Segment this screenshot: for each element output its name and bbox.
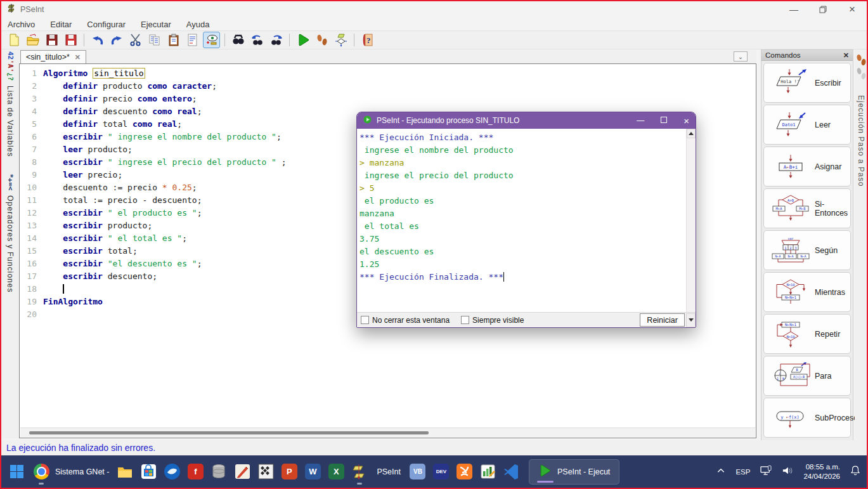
execution-window: PSeInt - Ejecutando proceso SIN_TITULO —… [356, 112, 696, 328]
taskbar-app-excel[interactable]: X [327, 463, 345, 481]
panel-tab-operators[interactable]: *+=<Operadores y Funciones [6, 174, 15, 293]
tab-sin-titulo[interactable]: <sin_titulo>* ✕ [20, 50, 86, 63]
menu-editar[interactable]: Editar [50, 20, 72, 29]
network-icon[interactable] [760, 466, 772, 478]
menu-ejecutar[interactable]: Ejecutar [141, 20, 171, 29]
edit-style-button[interactable] [184, 32, 201, 48]
taskbar-app-pseint[interactable] [351, 463, 368, 481]
command-button-mientras[interactable]: N<10 N←N+1 Mientras [763, 272, 851, 312]
find-button[interactable] [230, 32, 247, 48]
taskbar-app-flash[interactable]: f [186, 463, 204, 481]
find-previous-icon [250, 33, 264, 47]
command-button-asignar[interactable]: A←B+i Asignar [763, 147, 851, 186]
taskbar-app-pattern[interactable] [257, 463, 275, 481]
checkbox-box[interactable] [461, 316, 469, 324]
command-label: Para [815, 372, 831, 381]
exec-close-button[interactable]: × [683, 115, 689, 126]
command-button-si-entonces[interactable]: A>B M←AM←B Si-Entonces [763, 188, 851, 228]
tab-close-icon[interactable]: ✕ [75, 53, 81, 62]
taskbar-search[interactable]: Sistema GNet - [32, 463, 109, 481]
toolbar-separator [289, 34, 290, 46]
taskbar-app-browser-blue[interactable] [163, 463, 181, 481]
taskbar-app-devcpp[interactable]: DEV [432, 463, 450, 481]
panel-tab-variables[interactable]: 42'A'¿?Lista de Variables [6, 51, 15, 157]
copy-button[interactable] [146, 32, 163, 48]
run-icon [296, 33, 310, 47]
autocomplete-eye-icon [205, 33, 219, 47]
execution-window-title: PSeInt - Ejecutando proceso SIN_TITULO [377, 116, 519, 125]
taskbar-app-powerpoint[interactable]: P [280, 463, 298, 481]
svg-text:M←A: M←A [776, 207, 783, 211]
checkbox-siempre[interactable]: Siempre visible [461, 316, 524, 325]
taskbar-app-xampp[interactable] [456, 463, 474, 481]
svg-text:Dato1: Dato1 [782, 122, 795, 127]
exec-maximize-button[interactable] [661, 116, 667, 125]
restore-button[interactable] [808, 1, 838, 18]
checkbox-no[interactable]: No cerrar esta ventana [361, 316, 450, 325]
line-number: 3 [20, 93, 43, 105]
svg-text:N←A: N←A [775, 254, 781, 258]
checkbox-box[interactable] [361, 316, 369, 324]
taskbar-app-chrome[interactable] [32, 463, 50, 481]
undo-button[interactable] [89, 32, 106, 48]
execution-window-titlebar[interactable]: PSeInt - Ejecutando proceso SIN_TITULO —… [357, 112, 696, 129]
save-all-files-button[interactable] [62, 32, 79, 48]
start-button[interactable] [8, 463, 25, 481]
scroll-down-icon[interactable] [686, 313, 696, 327]
tab-list-dropdown[interactable]: ⌄ [734, 51, 748, 62]
command-button-repetir[interactable]: N←N+1 N>10 Repetir [763, 314, 851, 354]
menu-ayuda[interactable]: Ayuda [186, 20, 210, 29]
commands-close-icon[interactable]: ✕ [843, 51, 849, 60]
scroll-up-icon[interactable] [687, 129, 696, 138]
horizontal-scrollbar[interactable] [20, 427, 755, 437]
line-number: 19 [20, 296, 43, 308]
restart-button[interactable]: Reiniciar [640, 313, 685, 327]
horizontal-scrollbar-thumb[interactable] [29, 431, 429, 434]
paste-button[interactable] [165, 32, 182, 48]
command-button-segun[interactable]: var 123 N←AN←AN←A Según [763, 230, 851, 270]
step-execution-panel-tab[interactable]: Ejecución Paso a Paso [855, 49, 867, 441]
taskbar-app-word[interactable]: W [304, 463, 321, 481]
redo-button[interactable] [108, 32, 125, 48]
command-button-para[interactable]: i 1N B A[i]←B Para [763, 356, 851, 396]
help-button[interactable]: ? [359, 32, 376, 48]
find-icon [231, 33, 245, 47]
volume-icon[interactable] [782, 466, 793, 478]
draw-flowchart-button[interactable] [332, 32, 349, 48]
svg-text:N←A: N←A [800, 254, 806, 258]
run-button[interactable] [294, 32, 311, 48]
taskbar-app-folder[interactable] [116, 463, 134, 481]
taskbar-app-vb[interactable]: VB [409, 463, 427, 481]
taskbar-app-vscode[interactable] [503, 463, 521, 481]
svg-text:N<10: N<10 [786, 283, 794, 287]
taskbar-app-report[interactable] [479, 463, 497, 481]
open-file-button[interactable] [24, 32, 41, 48]
menu-archivo[interactable]: Archivo [8, 20, 35, 29]
tray-chevron-icon[interactable] [716, 466, 725, 478]
cut-button[interactable] [127, 32, 144, 48]
command-button-escribir[interactable]: 'Hola !' Escribir [763, 63, 851, 103]
svg-text:1: 1 [777, 376, 779, 380]
command-button-leer[interactable]: Dato1 Leer [763, 105, 851, 145]
save-file-button[interactable] [43, 32, 60, 48]
language-indicator[interactable]: ESP [735, 468, 750, 476]
find-next-button[interactable] [268, 32, 285, 48]
taskbar-app-pencil[interactable] [233, 463, 251, 481]
exec-vertical-scrollbar[interactable] [686, 129, 696, 312]
svg-text:?: ? [366, 36, 371, 45]
exec-minimize-button[interactable]: — [637, 116, 644, 125]
menu-configurar[interactable]: Configurar [87, 20, 126, 29]
taskbar-app-store[interactable] [139, 463, 157, 481]
command-button-subproceso[interactable]: y ←f(x) SubProceso [763, 398, 851, 438]
taskbar-clock[interactable]: 08:55 a.m.24/04/2026 [803, 462, 840, 481]
active-task-button[interactable]: PSeInt - Ejecut [529, 459, 619, 485]
minimize-button[interactable]: — [779, 1, 808, 18]
notifications-bell-icon[interactable] [850, 465, 860, 478]
close-button[interactable]: × [838, 1, 867, 18]
mientras-flowchart-icon: N<10 N←N+1 [767, 278, 815, 307]
taskbar-app-database[interactable] [210, 463, 228, 481]
run-step-by-step-button[interactable] [313, 32, 330, 48]
new-file-button[interactable] [5, 32, 22, 48]
autocomplete-eye-button[interactable] [203, 32, 220, 48]
find-previous-button[interactable] [249, 32, 266, 48]
